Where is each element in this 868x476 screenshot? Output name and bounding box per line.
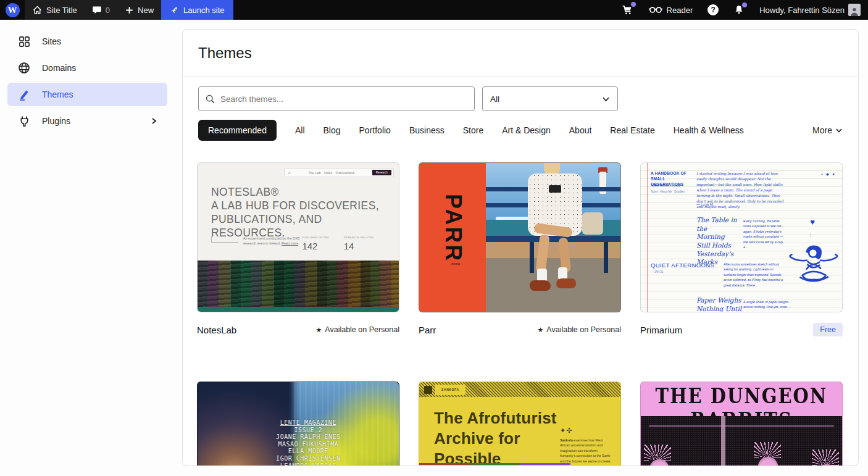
preview-camera xyxy=(549,185,561,193)
preview-mohawk xyxy=(754,442,781,458)
preview-description: Sankofa examines how West African ancest… xyxy=(560,438,613,464)
preview-search-icon: ⌕ xyxy=(288,170,291,175)
theme-thumbnail-primarium[interactable]: ▪ ◆ ● A HANDBOOK OF SMALL OBSERVATIONS N… xyxy=(640,162,843,312)
preview-meta: An experiment conducted by the DXB resea… xyxy=(211,236,385,251)
launch-site-button[interactable]: Launch site xyxy=(161,0,233,20)
theme-thumbnail-sankofa[interactable]: SANKOFA The Afrofuturist Archive for Pos… xyxy=(419,382,621,466)
howdy-label: Howdy, Fahrettin Sözen xyxy=(759,6,845,15)
preview-halftone-photo xyxy=(641,416,842,466)
theme-thumbnail-lente[interactable]: LENTE MAGAZINE ISSUE 2 JOANE RALPH ENES … xyxy=(197,382,399,466)
search-icon xyxy=(205,94,215,104)
preview-heading: The Afrofuturist Archive for Possible Fu… xyxy=(434,408,557,466)
tab-recommended[interactable]: Recommended xyxy=(198,120,277,141)
theme-card-dungeon-rabbits: THE DUNGEON RABBITS xyxy=(640,382,843,466)
preview-beach xyxy=(486,240,620,258)
site-title-label: Site Title xyxy=(46,6,77,15)
sidebar-item-plugins[interactable]: Plugins xyxy=(7,109,167,133)
tier-filter-select[interactable]: All xyxy=(482,86,618,111)
preview-description: An experiment conducted by the DXB resea… xyxy=(243,236,303,251)
sidebar-item-domains[interactable]: Domains xyxy=(7,56,167,80)
theme-thumbnail-parr[interactable]: PARR menu xyxy=(419,162,621,312)
wordpress-logo-icon[interactable]: W xyxy=(0,0,25,20)
sidebar-item-sites[interactable]: Sites xyxy=(7,30,167,53)
preview-menu-label: menu xyxy=(451,262,460,265)
preview-color-stripe xyxy=(419,463,620,465)
preview-social-icons: ▪ ◆ ● xyxy=(821,172,836,176)
tab-real-estate[interactable]: Real Estate xyxy=(610,125,654,135)
preview-post-date: — JAN 21 xyxy=(651,270,664,273)
notifications-menu[interactable] xyxy=(726,0,752,20)
preview-pattern-header: SANKOFA xyxy=(419,382,620,397)
themes-grid: ⌕ The Lab Index Publications Research NO… xyxy=(183,141,858,466)
grid-icon xyxy=(17,35,31,48)
tab-more[interactable]: More xyxy=(812,125,843,135)
preview-stat-1: PUBLISHED NOTES 142 xyxy=(302,236,343,251)
sidebar-item-themes[interactable]: Themes xyxy=(7,83,167,106)
theme-name[interactable]: Primarium xyxy=(640,325,682,335)
cart-menu[interactable] xyxy=(614,0,641,20)
globe-icon xyxy=(17,61,31,75)
new-menu[interactable]: New xyxy=(117,0,161,20)
preview-nav: ⌕ The Lab Index Publications Research xyxy=(284,168,394,177)
tab-about[interactable]: About xyxy=(569,125,592,135)
preview-bag xyxy=(582,212,603,235)
preview-stat-2: RESEARCH FELLOWS 14 xyxy=(344,236,385,251)
chevron-down-icon xyxy=(835,127,843,134)
preview-brand: PARR xyxy=(440,194,466,262)
preview-post-excerpt: A single sheet of paper weighs almost no… xyxy=(743,299,790,310)
theme-thumbnail-noteslab[interactable]: ⌕ The Lab Index Publications Research NO… xyxy=(197,162,399,312)
account-menu[interactable]: Howdy, Fahrettin Sözen xyxy=(752,0,868,20)
tab-art-design[interactable]: Art & Design xyxy=(502,125,551,135)
preview-post-title: The Table in the Morning Still Holds Yes… xyxy=(696,216,737,267)
brush-icon xyxy=(17,88,31,101)
sidebar-label-plugins: Plugins xyxy=(42,116,139,126)
preview-glitch-art xyxy=(198,261,399,307)
theme-card-noteslab: ⌕ The Lab Index Publications Research NO… xyxy=(197,162,399,336)
preview-shoe xyxy=(556,278,576,288)
tab-blog[interactable]: Blog xyxy=(323,125,341,135)
preview-bench-leg xyxy=(604,240,608,273)
preview-shoe xyxy=(530,280,551,291)
preview-nav: Notes About Me Doodles xyxy=(651,190,685,193)
preview-mohawk xyxy=(812,449,839,466)
admin-bar-site-group: Site Title 0 New xyxy=(25,0,161,20)
new-label: New xyxy=(138,6,154,15)
controls-row: All xyxy=(183,77,858,111)
tab-portfolio[interactable]: Portfolio xyxy=(359,125,391,135)
sidebar-label-sites: Sites xyxy=(42,36,61,46)
sidebar-label-themes: Themes xyxy=(42,90,73,99)
wordpress-w-glyph: W xyxy=(6,3,20,17)
comments-menu[interactable]: 0 xyxy=(85,0,117,20)
theme-card-primarium: ▪ ◆ ● A HANDBOOK OF SMALL OBSERVATIONS N… xyxy=(640,162,843,336)
theme-card-sankofa: SANKOFA The Afrofuturist Archive for Pos… xyxy=(419,382,621,466)
theme-name[interactable]: Parr xyxy=(419,325,436,335)
tab-all[interactable]: All xyxy=(295,125,305,135)
reader-menu[interactable]: Reader xyxy=(641,0,701,20)
reader-label: Reader xyxy=(667,6,693,15)
help-menu[interactable]: ? xyxy=(700,0,726,20)
preview-logo-box xyxy=(211,236,238,243)
panel-header: Themes xyxy=(183,30,858,77)
tab-store[interactable]: Store xyxy=(463,125,483,135)
search-box xyxy=(198,86,475,111)
preview-post-excerpt: Every morning, the table looks surprised… xyxy=(743,219,788,249)
help-icon: ? xyxy=(707,4,719,15)
theme-name[interactable]: NotesLab xyxy=(197,325,236,335)
preview-logo-square xyxy=(424,386,432,394)
preview-brand-tab: SANKOFA xyxy=(435,385,465,395)
theme-thumbnail-dungeon-rabbits[interactable]: THE DUNGEON RABBITS xyxy=(640,382,843,466)
site-title-menu[interactable]: Site Title xyxy=(25,0,85,20)
preview-margin-line xyxy=(647,163,648,312)
preview-window-lights xyxy=(649,425,834,427)
avatar xyxy=(848,4,861,16)
notifications-dot xyxy=(742,2,747,7)
free-badge: Free xyxy=(813,323,843,336)
category-tabs: Recommended All Blog Portfolio Business … xyxy=(198,119,843,141)
preview-post-title: QUIET AFTERNOONS xyxy=(651,262,714,269)
theme-card-parr: PARR menu Parr ★ Available on Personal xyxy=(419,162,621,336)
tab-health-wellness[interactable]: Health & Wellness xyxy=(674,125,744,135)
cart-icon xyxy=(621,4,633,16)
tab-business[interactable]: Business xyxy=(409,125,444,135)
preview-headline: NOTESLAB® A LAB HUB FOR DISCOVERIES, PUB… xyxy=(211,185,383,240)
search-input[interactable] xyxy=(220,94,468,104)
